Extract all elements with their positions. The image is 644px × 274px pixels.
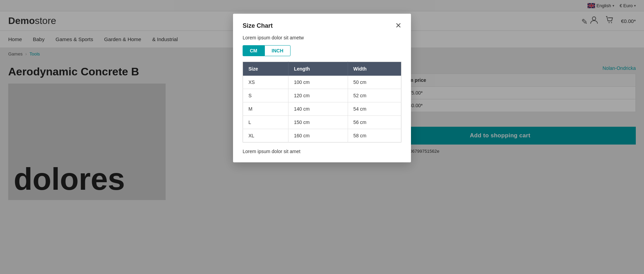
size-row-1-width: 52 cm xyxy=(348,89,401,102)
size-row-2-width: 54 cm xyxy=(348,102,401,116)
size-row-3-length: 150 cm xyxy=(288,116,348,129)
size-row-0-width: 50 cm xyxy=(348,76,401,89)
unit-inch-button[interactable]: INCH xyxy=(265,45,291,56)
size-table-row: XS100 cm50 cm xyxy=(243,76,401,89)
size-table-row: XL160 cm58 cm xyxy=(243,129,401,142)
unit-toggle: CM INCH xyxy=(243,45,401,56)
unit-cm-button[interactable]: CM xyxy=(243,45,265,56)
size-chart-table: Size Length Width XS100 cm50 cmS120 cm52… xyxy=(243,62,401,142)
size-row-4-length: 160 cm xyxy=(288,129,348,142)
width-col-header: Width xyxy=(348,62,401,76)
size-row-4-width: 58 cm xyxy=(348,129,401,142)
size-table-row: L150 cm56 cm xyxy=(243,116,401,129)
size-row-0-size: XS xyxy=(243,76,288,89)
size-table-header-row: Size Length Width xyxy=(243,62,401,76)
size-row-1-length: 120 cm xyxy=(288,89,348,102)
size-row-2-size: M xyxy=(243,102,288,116)
size-row-3-width: 56 cm xyxy=(348,116,401,129)
size-row-3-size: L xyxy=(243,116,288,129)
size-row-0-length: 100 cm xyxy=(288,76,348,89)
size-row-1-size: S xyxy=(243,89,288,102)
modal-header: Size Chart ✕ xyxy=(243,22,401,29)
size-chart-modal: Size Chart ✕ Lorem ipsum dolor sit ametw… xyxy=(233,14,411,162)
modal-overlay[interactable]: Size Chart ✕ Lorem ipsum dolor sit ametw… xyxy=(0,0,644,274)
modal-close-button[interactable]: ✕ xyxy=(395,22,401,29)
length-col-header: Length xyxy=(288,62,348,76)
size-row-2-length: 140 cm xyxy=(288,102,348,116)
modal-title: Size Chart xyxy=(243,22,273,29)
modal-subtitle: Lorem ipsum dolor sit ametw xyxy=(243,35,401,40)
size-table-row: M140 cm54 cm xyxy=(243,102,401,116)
size-col-header: Size xyxy=(243,62,288,76)
size-table-row: S120 cm52 cm xyxy=(243,89,401,102)
size-row-4-size: XL xyxy=(243,129,288,142)
modal-footer-text: Lorem ipsum dolor sit amet xyxy=(243,149,401,154)
